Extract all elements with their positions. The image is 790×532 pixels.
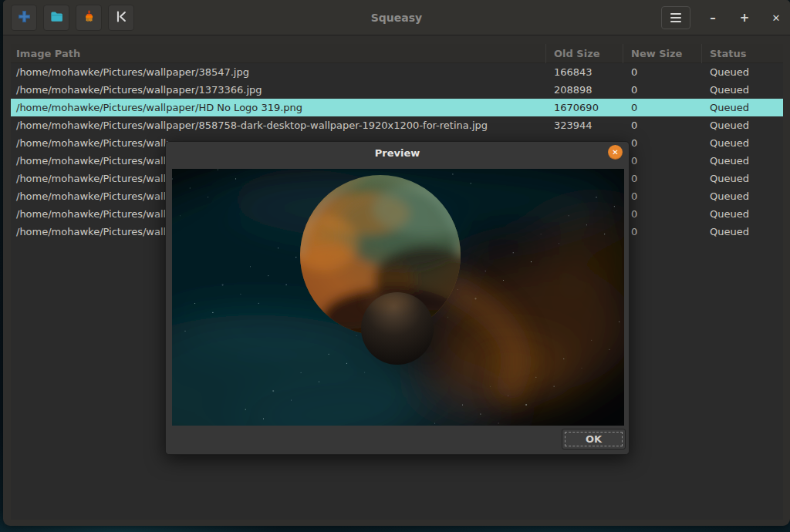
column-header-new-size[interactable]: New Size: [623, 44, 682, 63]
cell-old-size: 208898: [554, 81, 592, 99]
folder-icon: [49, 9, 64, 27]
cell-status: Queued: [710, 187, 749, 205]
cell-old-size: 166843: [554, 63, 592, 81]
cell-status: Queued: [710, 63, 749, 81]
titlebar: Squeasy – + ✕: [3, 0, 790, 35]
cell-new-size: 0: [631, 134, 637, 152]
cell-path: /home/mohawke/Pictures/wallp: [16, 152, 172, 170]
desktop-background: Squeasy – + ✕ Image Path Old Size New Si…: [0, 0, 790, 532]
clear-list-button[interactable]: [76, 5, 102, 31]
cell-path: /home/mohawke/Pictures/wallp: [16, 223, 172, 241]
ok-button[interactable]: OK: [562, 429, 626, 450]
cell-status: Queued: [710, 152, 749, 170]
cell-new-size: 0: [631, 205, 637, 223]
cell-path: /home/mohawke/Pictures/wallpaper/38547.j…: [16, 63, 249, 81]
minimize-button[interactable]: –: [701, 6, 724, 29]
preview-dialog: Preview ✕: [165, 141, 630, 455]
cell-status: Queued: [710, 81, 749, 99]
dialog-titlebar: Preview ✕: [166, 142, 629, 163]
cell-path: /home/mohawke/Pictures/wallp: [16, 187, 172, 205]
cell-path: /home/mohawke/Pictures/wallpaper/858758-…: [16, 116, 488, 134]
cell-old-size: 1670690: [554, 99, 599, 116]
cell-new-size: 0: [631, 81, 637, 99]
space-planet-artwork: [172, 169, 624, 427]
column-header-old-size[interactable]: Old Size: [545, 44, 600, 63]
open-folder-button[interactable]: [43, 5, 69, 31]
dialog-footer: OK: [166, 426, 629, 454]
cell-new-size: 0: [631, 223, 637, 241]
reset-queue-button[interactable]: [108, 5, 134, 31]
cell-status: Queued: [710, 223, 749, 241]
cell-path: /home/mohawke/Pictures/wallp: [16, 134, 172, 152]
cell-new-size: 0: [631, 152, 637, 170]
preview-image: [172, 169, 624, 427]
skip-start-icon: [114, 9, 129, 27]
cell-status: Queued: [710, 205, 749, 223]
cell-status: Queued: [710, 134, 749, 152]
cell-path: /home/mohawke/Pictures/wallp: [16, 170, 172, 187]
brush-icon: [82, 9, 96, 27]
maximize-button[interactable]: +: [733, 6, 756, 29]
cell-status: Queued: [710, 99, 749, 116]
cell-path: /home/mohawke/Pictures/wallpaper/HD No L…: [16, 99, 302, 116]
cell-new-size: 0: [631, 116, 637, 134]
cell-new-size: 0: [631, 187, 637, 205]
plus-icon: [17, 9, 32, 27]
cell-new-size: 0: [631, 170, 637, 187]
cell-path: /home/mohawke/Pictures/wallp: [16, 205, 172, 223]
table-row[interactable]: /home/mohawke/Pictures/wallpaper/HD No L…: [11, 99, 783, 116]
cell-new-size: 0: [631, 63, 637, 81]
table-row[interactable]: /home/mohawke/Pictures/wallpaper/1373366…: [11, 81, 783, 99]
menu-button[interactable]: [661, 6, 690, 29]
table-row[interactable]: /home/mohawke/Pictures/wallpaper/38547.j…: [11, 63, 783, 81]
table-header: Image Path Old Size New Size Status: [11, 44, 783, 63]
dialog-title: Preview: [375, 147, 420, 159]
close-button[interactable]: ✕: [765, 6, 788, 29]
column-header-image-path[interactable]: Image Path: [16, 44, 80, 63]
cell-status: Queued: [710, 116, 749, 134]
cell-status: Queued: [710, 170, 749, 187]
table-row[interactable]: /home/mohawke/Pictures/wallpaper/858758-…: [11, 116, 783, 134]
column-header-status[interactable]: Status: [701, 44, 747, 63]
cell-path: /home/mohawke/Pictures/wallpaper/1373366…: [16, 81, 262, 99]
cell-new-size: 0: [631, 99, 637, 116]
add-images-button[interactable]: [11, 5, 37, 31]
cell-old-size: 323944: [554, 116, 592, 134]
dialog-close-icon[interactable]: ✕: [608, 145, 623, 160]
